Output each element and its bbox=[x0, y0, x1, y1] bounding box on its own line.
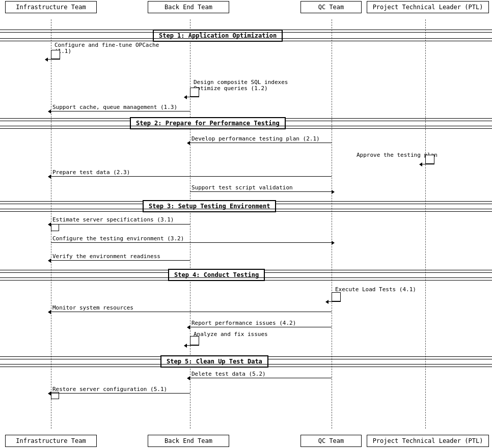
self-box-2-approve bbox=[425, 155, 434, 164]
arrow-2-4 bbox=[190, 191, 332, 192]
actor-infra-bottom: Infrastructure Team bbox=[5, 435, 97, 447]
actor-backend-bottom: Back End Team bbox=[148, 435, 229, 447]
sequence-diagram: Infrastructure Team Back End Team QC Tea… bbox=[0, 0, 492, 448]
msg-4-3-label: Report performance issues (4.2) bbox=[192, 320, 296, 326]
actor-ptl-bottom: Project Technical Leader (PTL) bbox=[367, 435, 489, 447]
actor-infra-top: Infrastructure Team bbox=[5, 1, 97, 13]
step4-line2 bbox=[0, 277, 492, 281]
arrow-3-2 bbox=[51, 242, 332, 243]
actor-qc-top: QC Team bbox=[300, 1, 362, 13]
msg-2-3-label: Prepare test data (2.3) bbox=[52, 169, 130, 176]
arrow-3-1 bbox=[51, 224, 190, 225]
step2-line2 bbox=[0, 126, 492, 129]
actor-qc-bottom: QC Team bbox=[300, 435, 362, 447]
msg-2-4-label: Support test script validation bbox=[192, 184, 293, 191]
msg-4-1-label: Execute Load Tests (4.1) bbox=[335, 286, 416, 293]
arrow-4-3 bbox=[190, 327, 332, 327]
msg-3-1-label: Estimate server specifications (3.1) bbox=[52, 216, 174, 223]
step1-line bbox=[0, 30, 492, 33]
arrow-2-3 bbox=[51, 176, 332, 177]
self-box-4-4 bbox=[190, 336, 199, 345]
msg-4-4-label: Analyze and fix issues bbox=[194, 331, 268, 338]
self-box-3-1 bbox=[51, 224, 59, 231]
arrow-5-2 bbox=[190, 378, 332, 378]
self-box-1-2 bbox=[190, 88, 199, 97]
lifeline-ptl bbox=[425, 19, 426, 429]
msg-3-3-label: Verify the environment readiness bbox=[52, 253, 160, 260]
arrow-1-2 bbox=[187, 97, 199, 97]
arrow-3-3 bbox=[51, 260, 190, 261]
actor-ptl-top: Project Technical Leader (PTL) bbox=[367, 1, 489, 13]
msg-5-2-label: Delete test data (5.2) bbox=[192, 371, 266, 377]
self-box-1-1 bbox=[51, 50, 60, 59]
msg-1-3-label: Support cache, queue management (1.3) bbox=[52, 104, 177, 110]
msg-5-1-label: Restore server configuration (5.1) bbox=[52, 386, 167, 393]
arrow-4-2 bbox=[51, 312, 332, 312]
msg-1-2-label2: Optimize queries (1.2) bbox=[194, 85, 268, 92]
arrow-5-1 bbox=[51, 393, 190, 394]
arrow-2-approve bbox=[422, 164, 434, 164]
actor-backend-top: Back End Team bbox=[148, 1, 229, 13]
self-box-4-1 bbox=[332, 292, 341, 301]
step1-line2 bbox=[0, 38, 492, 41]
step5-line2 bbox=[0, 364, 492, 367]
msg-2-1-label: Develop performance testing plan (2.1) bbox=[192, 135, 320, 142]
msg-3-2-label: Configure the testing environment (3.2) bbox=[52, 235, 184, 242]
arrow-4-4 bbox=[187, 345, 199, 346]
arrow-2-1 bbox=[190, 143, 332, 143]
arrow-4-1 bbox=[329, 301, 341, 302]
arrow-1-1 bbox=[48, 59, 60, 60]
lifeline-qc bbox=[332, 19, 332, 429]
arrow-1-3 bbox=[51, 111, 190, 111]
msg-4-2-label: Monitor system resources bbox=[52, 304, 133, 311]
step3-line2 bbox=[0, 209, 492, 212]
